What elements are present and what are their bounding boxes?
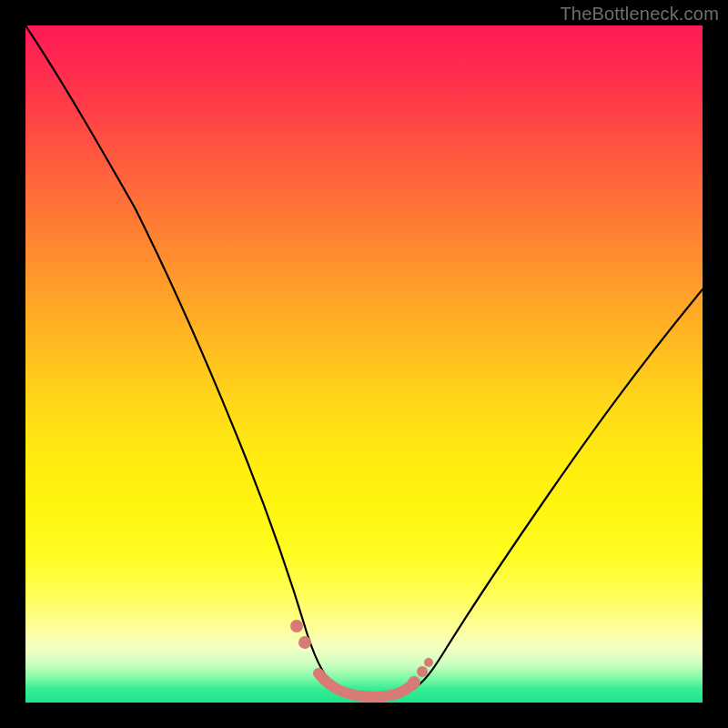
chart-frame: TheBottleneck.com [0, 0, 728, 728]
bottleneck-curve [25, 25, 703, 697]
optimal-range-marker [318, 673, 410, 697]
marker-dot [290, 620, 303, 632]
curve-svg [25, 25, 703, 703]
marker-dot [417, 666, 428, 677]
plot-area [25, 25, 703, 703]
marker-dot [408, 676, 420, 689]
marker-dot [424, 658, 433, 667]
marker-dot [298, 636, 311, 649]
watermark-label: TheBottleneck.com [560, 4, 719, 25]
